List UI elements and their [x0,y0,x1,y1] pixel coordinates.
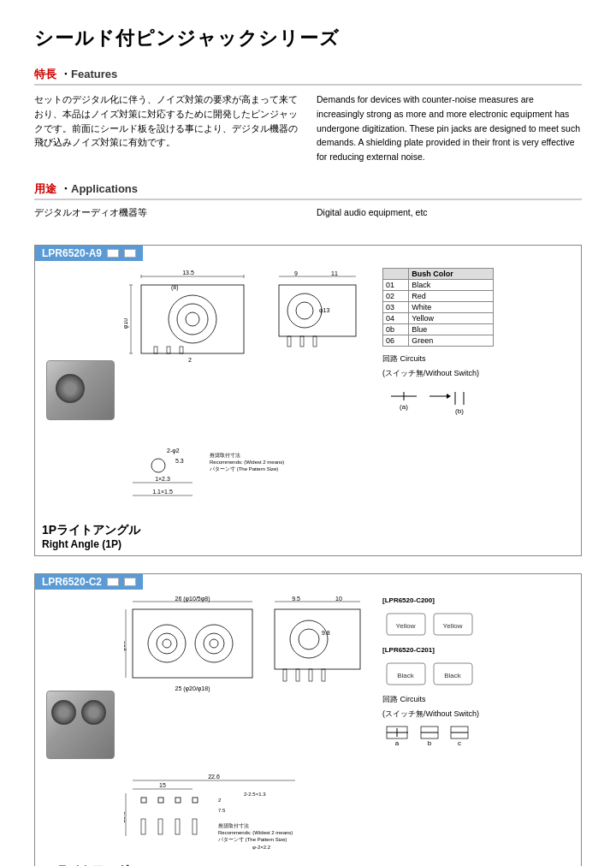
c200-diagram: Yellow Yellow [382,609,477,639]
svg-text:22.6: 22.6 [208,774,220,780]
svg-rect-95 [158,798,163,803]
svg-point-48 [157,633,177,654]
color-row-01: 01Black [383,279,494,290]
svg-text:Black: Black [397,672,415,679]
product-lpr6520-c2: LPR6520-C2 [34,573,582,866]
product-2-photo [42,596,119,853]
product-2-side-drawing: 9.5 10 9.8 [266,596,377,699]
product-2-top-drawing: 26 (φ10/5φ8) φ20 25 (φ20/φ18) [124,596,261,699]
svg-text:2: 2 [188,357,192,363]
product-1-top-drawing: 13.5 φ10 (8) 2 [124,268,261,366]
product-lpr6520-a9: LPR6520-A9 [34,245,582,556]
connector-icon-2 [124,249,136,258]
product-1-name-jp: 1Pライトアングル [42,523,574,538]
color-table-header-num [383,268,409,279]
connector-icon-4 [124,578,136,586]
product-1-diagram-row-1: 13.5 φ10 (8) 2 [124,268,574,432]
svg-text:Black: Black [444,672,462,679]
product-1-id: LPR6520-A9 [42,247,102,259]
circuit-svg-1: (a) (b) [382,379,485,430]
product-1-bottom-drawing: 2-φ2 5.3 1×2.3 1.1×1.5 推奨取付寸法 Recommends… [124,436,295,513]
applications-section-header: 用途・Applications [34,181,582,200]
svg-text:推奨取付寸法: 推奨取付寸法 [218,823,249,828]
svg-text:1.1×1.5: 1.1×1.5 [152,489,173,495]
svg-text:26 (φ10/5φ8): 26 (φ10/5φ8) [175,596,210,602]
svg-point-36 [151,459,165,472]
product-1-side-drawing: 9 11 φ13 [266,268,377,366]
svg-text:(a): (a) [400,403,408,411]
svg-rect-17 [279,285,356,336]
svg-text:a: a [395,739,400,747]
product-2-diagram-row-2: 22.6 15 13.5 2 2-2.5×1.3 7.5 [124,768,574,853]
circuits-subtitle-2: (スイッチ無/Without Switch) [382,709,494,720]
c2-variants: [LPR6520-C200] Yellow Yellow [LPR6520-C2… [382,596,494,689]
connector-2-image [46,691,115,759]
product-2-body: 26 (φ10/5φ8) φ20 25 (φ20/φ18) 9.5 10 [35,590,581,860]
features-content: セットのデジタル化に伴う、ノイズ対策の要求が高まって来ており、本品はノイズ対策に… [34,92,582,164]
circuits-section-1: 回路 Circuits (スイッチ無/Without Switch) (a) [382,353,494,432]
svg-text:2-2.5×1.3: 2-2.5×1.3 [244,792,266,797]
color-row-02: 02Red [383,290,494,301]
c2-variant-c201-label: [LPR6520-C201] [382,646,494,654]
circuit-svg-2: a b c [382,720,485,762]
color-table-header-color: Bush Color [409,268,494,279]
product-2-header: LPR6520-C2 [35,574,143,590]
svg-rect-26 [300,336,304,347]
product-1-diagram-row-2: 2-φ2 5.3 1×2.3 1.1×1.5 推奨取付寸法 Recommends… [124,436,574,513]
svg-rect-66 [283,669,287,681]
svg-text:推奨取付寸法: 推奨取付寸法 [210,453,240,458]
svg-point-2 [177,304,208,335]
product-2-right-panel: [LPR6520-C200] Yellow Yellow [LPR6520-C2… [382,596,494,764]
svg-text:(8): (8) [171,284,179,291]
svg-text:パターン寸 (The Pattern Size): パターン寸 (The Pattern Size) [217,837,287,842]
connector-1-image [46,360,115,420]
svg-text:Recommends: (Widest 2 means): Recommends: (Widest 2 means) [218,830,293,835]
svg-rect-101 [141,819,145,834]
svg-text:b: b [428,739,432,747]
features-label-en: Features [71,68,117,80]
applications-text-en: Digital audio equipment, etc [317,207,582,219]
color-row-04: 04Yellow [383,312,494,323]
svg-point-60 [299,629,319,650]
product-1-body: 13.5 φ10 (8) 2 [35,261,581,519]
svg-text:13.5: 13.5 [182,270,194,276]
svg-text:c: c [458,739,461,747]
svg-text:25 (φ20/φ18): 25 (φ20/φ18) [175,685,210,692]
svg-text:5.3: 5.3 [175,458,184,464]
svg-rect-103 [175,819,180,834]
color-row-0b: 0bBlue [383,323,494,335]
svg-rect-58 [275,609,360,669]
svg-rect-25 [287,336,291,347]
features-text-en: Demands for devices with counter-noise m… [317,92,582,164]
svg-point-51 [204,633,224,654]
svg-rect-104 [192,819,197,834]
product-2-id: LPR6520-C2 [42,576,102,588]
color-table-1: Bush Color 01Black 02Red 03White [382,268,494,347]
connector-icon-3 [107,578,119,586]
svg-rect-14 [167,347,170,353]
applications-label-en: Applications [71,182,138,195]
product-1-name-en: Right Angle (1P) [42,538,574,550]
svg-text:パターン寸 (The Pattern Size): パターン寸 (The Pattern Size) [209,466,278,472]
svg-text:Yellow: Yellow [443,622,463,630]
svg-rect-68 [309,669,312,681]
svg-text:(b): (b) [455,407,464,415]
svg-rect-15 [180,347,183,353]
product-2-bottom-drawing: 22.6 15 13.5 2 2-2.5×1.3 7.5 [124,768,321,853]
svg-text:Recommends: (Widest 2 means): Recommends: (Widest 2 means) [210,460,284,465]
svg-text:φ10: φ10 [124,318,129,329]
applications-text-jp: デジタルオーディオ機器等 [34,207,299,219]
svg-text:9.8: 9.8 [322,630,330,636]
svg-marker-32 [447,394,451,399]
svg-point-50 [195,625,233,662]
svg-point-18 [287,294,322,328]
svg-rect-69 [322,669,325,681]
svg-point-59 [290,620,328,658]
product-1-right-panel: Bush Color 01Black 02Red 03White [382,268,494,432]
product-2-label: 2Pライトアングル Right Angle (2P) [35,860,581,866]
features-label-jp: 特長 [34,68,56,80]
svg-text:1×2.3: 1×2.3 [155,476,170,482]
product-2-diagrams: 26 (φ10/5φ8) φ20 25 (φ20/φ18) 9.5 10 [124,596,574,853]
svg-text:11: 11 [331,270,338,276]
svg-text:2-φ2: 2-φ2 [167,448,180,454]
